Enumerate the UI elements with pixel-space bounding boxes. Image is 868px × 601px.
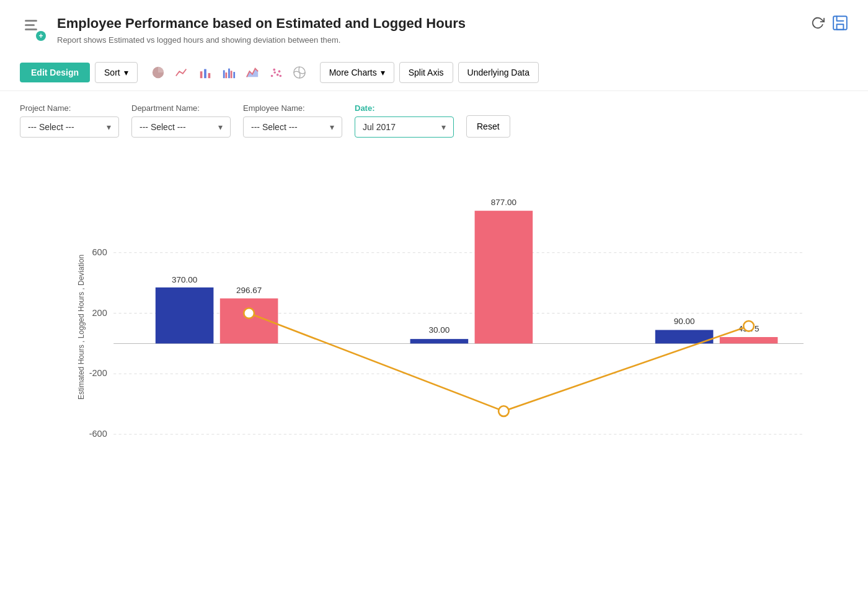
more-charts-label: More Charts [329,68,377,77]
underlying-data-button[interactable]: Underlying Data [458,62,539,83]
department-select-value: --- Select --- [140,122,186,132]
scatter-chart-icon-button[interactable] [265,63,286,82]
y-label-neg600: -600 [89,429,107,439]
department-name-filter: Department Name: --- Select --- ▾ [131,103,231,138]
y-label-neg200: -200 [89,368,107,378]
employee-name-select[interactable]: --- Select --- ▾ [243,116,342,138]
bar-group2-blue-label: 30.00 [428,325,450,334]
svg-point-14 [273,68,275,71]
map-chart-icon-button[interactable] [289,63,310,82]
bar-group1-blue [156,287,214,343]
area-chart-icon-button[interactable] [242,63,263,82]
date-label: Date: [355,103,454,113]
pie-chart-icon-button[interactable] [148,63,169,82]
header-text: Employee Performance based on Estimated … [57,15,801,45]
reset-button[interactable]: Reset [466,115,510,138]
svg-rect-4 [208,73,210,78]
svg-rect-1 [837,24,844,30]
bar-group2-red-label: 877.00 [491,197,516,206]
page-subtitle: Report shows Estimated vs logged hours a… [57,35,801,45]
chart-type-icons [143,63,315,82]
refresh-button[interactable] [811,16,825,33]
chart-container: Estimated Hours , Logged Hours , Deviati… [0,147,868,507]
svg-point-13 [277,73,279,76]
svg-rect-2 [200,71,202,78]
grouped-bar-chart-icon-button[interactable] [218,63,239,82]
svg-rect-9 [233,72,235,78]
svg-rect-0 [833,16,847,30]
department-name-label: Department Name: [131,103,231,113]
y-label-600: 600 [92,247,107,257]
save-button[interactable] [832,15,848,34]
more-charts-button[interactable]: More Charts ▾ [320,62,394,83]
svg-rect-5 [223,70,225,78]
sort-button[interactable]: Sort ▾ [95,62,138,83]
header-actions [811,15,848,34]
project-name-select[interactable]: --- Select --- ▾ [20,116,119,138]
bar-group2-red [475,211,533,343]
page-title: Employee Performance based on Estimated … [57,15,801,33]
employee-select-value: --- Select --- [251,122,298,132]
employee-name-label: Employee Name: [243,103,342,113]
filters-bar: Project Name: --- Select --- ▾ Departmen… [0,91,868,147]
bar-group1-blue-label: 370.00 [172,274,197,284]
edit-design-button[interactable]: Edit Design [20,63,90,82]
bar-group3-red [720,337,778,343]
date-select-caret-icon: ▾ [441,122,446,132]
employee-name-filter: Employee Name: --- Select --- ▾ [243,103,342,138]
svg-point-12 [273,71,276,74]
sort-caret-icon: ▾ [124,68,128,77]
split-axis-button[interactable]: Split Axis [399,62,453,83]
employee-select-caret-icon: ▾ [330,122,334,132]
line-chart-icon-button[interactable] [171,63,192,82]
project-name-label: Project Name: [20,103,119,113]
date-select[interactable]: Jul 2017 ▾ [355,116,454,138]
toolbar: Edit Design Sort ▾ [0,55,868,91]
bar-group2-blue [410,339,469,343]
date-filter: Date: Jul 2017 ▾ [355,103,454,138]
svg-rect-6 [225,72,227,78]
line-point-3 [743,321,754,331]
svg-rect-7 [228,68,230,78]
svg-rect-3 [204,69,206,78]
more-charts-caret-icon: ▾ [381,68,385,77]
bar-group3-blue-label: 90.00 [674,317,695,326]
project-name-filter: Project Name: --- Select --- ▾ [20,103,119,138]
chart-area: 600 200 -200 -600 370.00 296.67 30.00 87… [50,160,848,482]
line-point-2 [498,406,509,416]
project-select-value: --- Select --- [28,122,74,132]
chart-svg: 600 200 -200 -600 370.00 296.67 30.00 87… [50,160,848,482]
sort-label: Sort [104,68,120,77]
page-header: + Employee Performance based on Estimate… [0,0,868,55]
svg-point-15 [278,70,280,72]
line-point-1 [244,308,254,318]
svg-point-16 [279,74,281,77]
date-select-value: Jul 2017 [363,122,396,132]
report-icon: + [20,15,47,42]
department-select-caret-icon: ▾ [218,122,223,132]
y-label-200: 200 [92,307,107,317]
bar-group1-red-label: 296.67 [236,286,262,295]
department-name-select[interactable]: --- Select --- ▾ [131,116,231,138]
svg-rect-8 [230,71,232,78]
bar-chart-icon-button[interactable] [195,63,216,82]
svg-point-11 [270,74,273,77]
project-select-caret-icon: ▾ [107,122,111,132]
